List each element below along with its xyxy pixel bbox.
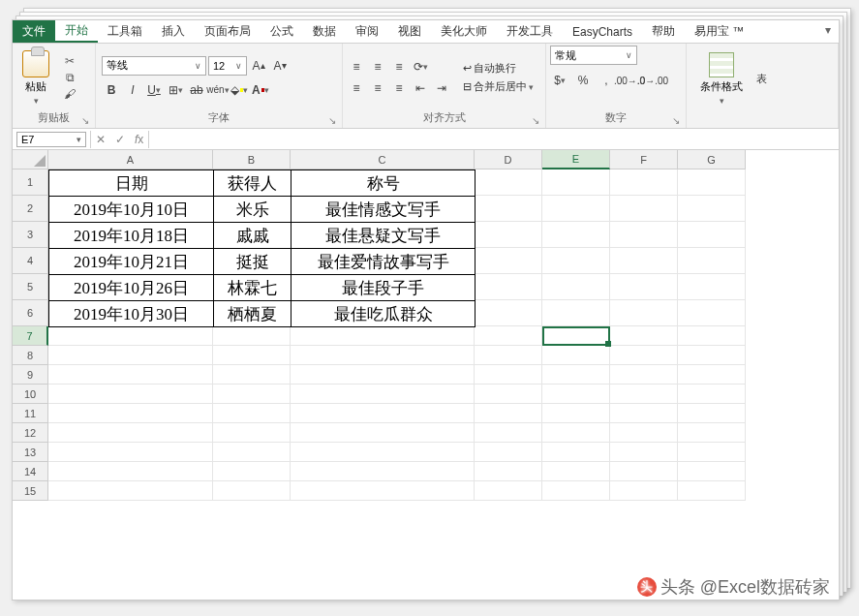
font-name-combo[interactable]: 等线∨ [102,56,206,76]
fill-color-button[interactable]: ⬙▾ [230,80,249,100]
row-header[interactable]: 2 [13,196,48,222]
cell[interactable] [213,326,291,346]
table-header-cell[interactable]: 获得人 [214,170,291,197]
cell[interactable] [678,274,746,300]
table-cell[interactable]: 2019年10月21日 [49,249,214,275]
cell[interactable] [48,326,213,346]
row-header[interactable]: 11 [13,404,48,423]
table-cell[interactable]: 最佳段子手 [291,275,476,301]
cell[interactable] [475,404,542,423]
decrease-font-button[interactable]: A▾ [270,56,290,76]
column-header[interactable]: G [678,150,746,169]
cell[interactable] [213,365,291,385]
border-button[interactable]: ⊞▾ [166,80,185,100]
tab-11[interactable]: 帮助 [642,20,685,43]
cell[interactable] [542,326,610,346]
tab-7[interactable]: 视图 [388,20,431,43]
cell[interactable] [610,300,678,326]
column-header[interactable]: D [475,150,542,169]
cell[interactable] [542,385,610,404]
tab-8[interactable]: 美化大师 [431,20,497,43]
merge-center-button[interactable]: ⊟ 合并后居中 ▾ [459,78,537,95]
cell[interactable] [610,365,678,385]
cell[interactable] [475,274,542,300]
select-all-button[interactable] [13,150,48,169]
row-header[interactable]: 3 [13,222,48,248]
table-cell[interactable]: 戚戚 [214,223,291,249]
format-painter-button[interactable]: 🖌 [61,87,78,101]
table-cell[interactable]: 最佳悬疑文写手 [291,223,476,249]
decrease-indent-button[interactable]: ⇤ [411,78,430,98]
row-header[interactable]: 12 [13,423,48,443]
cell[interactable] [48,423,213,443]
row-header[interactable]: 1 [13,169,48,196]
cell[interactable] [475,365,542,385]
tab-1[interactable]: 工具箱 [98,20,152,43]
tab-12[interactable]: 易用宝 ™ [685,20,753,43]
cell[interactable] [291,404,475,423]
row-header[interactable]: 14 [13,462,48,481]
cell[interactable] [291,385,475,404]
cell[interactable] [475,462,542,481]
bold-button[interactable]: B [102,80,121,100]
cell[interactable] [48,481,213,501]
cell[interactable] [48,443,213,462]
worksheet-grid[interactable]: ABCDEFG 123456789101112131415 日期获得人称号201… [13,150,839,598]
tab-file[interactable]: 文件 [13,20,55,43]
cell[interactable] [678,248,746,274]
cell[interactable] [542,222,610,248]
cell[interactable] [291,423,475,443]
cell[interactable] [678,481,746,501]
font-size-combo[interactable]: 12∨ [208,56,247,76]
cell[interactable] [678,423,746,443]
tab-4[interactable]: 公式 [261,20,303,43]
cell[interactable] [542,248,610,274]
cell[interactable] [678,365,746,385]
cell[interactable] [678,169,746,196]
align-center-button[interactable]: ≡ [368,78,387,98]
ribbon-overflow[interactable]: ▾ [817,20,839,43]
table-cell[interactable]: 林霖七 [214,275,291,301]
formula-input[interactable] [149,132,839,147]
row-header[interactable]: 7 [13,326,48,346]
column-header[interactable]: E [542,150,610,169]
cell[interactable] [475,196,542,222]
increase-font-button[interactable]: A▴ [249,56,268,76]
wrap-text-button[interactable]: ↩ 自动换行 [459,60,537,77]
row-header[interactable]: 4 [13,248,48,274]
cut-button[interactable]: ✂ [61,54,78,68]
copy-button[interactable]: ⧉ [61,71,78,84]
tab-5[interactable]: 数据 [303,20,346,43]
percent-format-button[interactable]: % [573,71,593,90]
cell[interactable] [475,248,542,274]
dialog-launcher[interactable]: ↘ [532,115,539,126]
column-header[interactable]: B [213,150,291,169]
tab-2[interactable]: 插入 [152,20,195,43]
cell[interactable] [291,481,475,501]
table-cell[interactable]: 2019年10月26日 [49,275,214,301]
dialog-launcher[interactable]: ↘ [81,115,89,126]
cell[interactable] [610,462,678,481]
cell[interactable] [475,169,542,196]
cell[interactable] [610,222,678,248]
strikethrough-button[interactable]: ab [187,80,206,100]
dialog-launcher[interactable]: ↘ [672,115,680,126]
align-middle-button[interactable]: ≡ [368,57,387,77]
font-color-button[interactable]: A▾ [251,80,270,100]
cell[interactable] [213,346,291,365]
cell[interactable] [542,346,610,365]
table-cell[interactable]: 最佳情感文写手 [291,197,476,223]
column-header[interactable]: C [291,150,475,169]
cell[interactable] [542,481,610,501]
table-cell[interactable]: 最佳爱情故事写手 [291,249,476,275]
cell[interactable] [678,326,746,346]
tab-10[interactable]: EasyCharts [563,20,642,43]
cell[interactable] [475,222,542,248]
orientation-button[interactable]: ⟳▾ [411,57,430,77]
tab-0[interactable]: 开始 [55,20,98,43]
italic-button[interactable]: I [123,80,142,100]
name-box[interactable]: E7▾ [16,132,86,147]
cell[interactable] [678,385,746,404]
cell[interactable] [475,481,542,501]
cell[interactable] [542,365,610,385]
